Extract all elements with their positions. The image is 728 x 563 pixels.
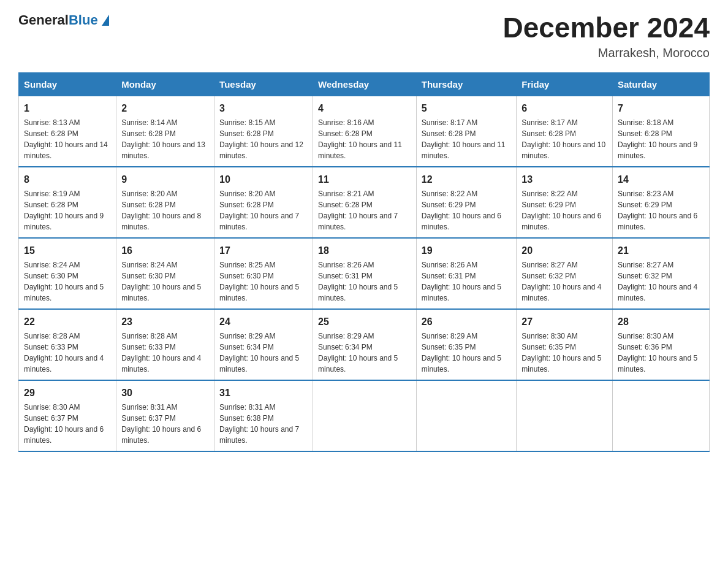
day-cell: 20Sunrise: 8:27 AMSunset: 6:32 PMDayligh… [517, 238, 613, 309]
day-info: Sunrise: 8:29 AMSunset: 6:34 PMDaylight:… [219, 331, 308, 375]
day-info: Sunrise: 8:23 AMSunset: 6:29 PMDaylight:… [618, 188, 704, 232]
logo-general: General [18, 12, 69, 28]
day-number: 10 [219, 172, 308, 187]
week-row-3: 15Sunrise: 8:24 AMSunset: 6:30 PMDayligh… [19, 238, 710, 309]
day-cell: 13Sunrise: 8:22 AMSunset: 6:29 PMDayligh… [517, 167, 613, 238]
day-number: 21 [618, 243, 704, 258]
calendar-header: SundayMondayTuesdayWednesdayThursdayFrid… [19, 72, 710, 96]
day-number: 1 [24, 101, 111, 116]
day-number: 26 [422, 315, 512, 329]
day-cell: 30Sunrise: 8:31 AMSunset: 6:37 PMDayligh… [116, 380, 214, 451]
calendar-body: 1Sunrise: 8:13 AMSunset: 6:28 PMDaylight… [19, 96, 710, 451]
logo: GeneralBlue [18, 12, 109, 28]
header-day-monday: Monday [116, 72, 214, 96]
day-cell: 4Sunrise: 8:16 AMSunset: 6:28 PMDaylight… [313, 96, 417, 167]
day-cell: 31Sunrise: 8:31 AMSunset: 6:38 PMDayligh… [214, 380, 313, 451]
day-number: 14 [618, 172, 704, 187]
day-cell: 14Sunrise: 8:23 AMSunset: 6:29 PMDayligh… [612, 167, 709, 238]
day-cell [416, 380, 517, 451]
day-info: Sunrise: 8:16 AMSunset: 6:28 PMDaylight:… [318, 117, 411, 161]
week-row-5: 29Sunrise: 8:30 AMSunset: 6:37 PMDayligh… [19, 380, 710, 451]
location-title: Marrakesh, Morocco [502, 46, 710, 60]
day-cell: 8Sunrise: 8:19 AMSunset: 6:28 PMDaylight… [19, 167, 116, 238]
header-day-friday: Friday [517, 72, 613, 96]
day-info: Sunrise: 8:20 AMSunset: 6:28 PMDaylight:… [121, 188, 209, 232]
day-number: 31 [219, 386, 308, 400]
day-number: 2 [121, 101, 209, 116]
day-number: 11 [318, 172, 411, 187]
day-cell: 22Sunrise: 8:28 AMSunset: 6:33 PMDayligh… [19, 309, 116, 380]
day-number: 17 [219, 243, 308, 258]
day-info: Sunrise: 8:28 AMSunset: 6:33 PMDaylight:… [24, 331, 111, 375]
day-cell: 6Sunrise: 8:17 AMSunset: 6:28 PMDaylight… [517, 96, 613, 167]
day-info: Sunrise: 8:21 AMSunset: 6:28 PMDaylight:… [318, 188, 411, 232]
day-cell: 28Sunrise: 8:30 AMSunset: 6:36 PMDayligh… [612, 309, 709, 380]
day-cell: 2Sunrise: 8:14 AMSunset: 6:28 PMDaylight… [116, 96, 214, 167]
day-info: Sunrise: 8:22 AMSunset: 6:29 PMDaylight:… [521, 188, 607, 232]
day-number: 13 [521, 172, 607, 187]
day-info: Sunrise: 8:29 AMSunset: 6:34 PMDaylight:… [318, 331, 411, 375]
month-title: December 2024 [502, 12, 710, 44]
day-number: 16 [121, 243, 209, 258]
calendar-table: SundayMondayTuesdayWednesdayThursdayFrid… [18, 72, 710, 452]
day-cell: 9Sunrise: 8:20 AMSunset: 6:28 PMDaylight… [116, 167, 214, 238]
days-row: SundayMondayTuesdayWednesdayThursdayFrid… [19, 72, 710, 96]
day-info: Sunrise: 8:20 AMSunset: 6:28 PMDaylight:… [219, 188, 308, 232]
title-block: December 2024 Marrakesh, Morocco [502, 12, 710, 60]
day-info: Sunrise: 8:31 AMSunset: 6:38 PMDaylight:… [219, 402, 308, 446]
day-number: 3 [219, 101, 308, 116]
day-cell: 7Sunrise: 8:18 AMSunset: 6:28 PMDaylight… [612, 96, 709, 167]
day-info: Sunrise: 8:29 AMSunset: 6:35 PMDaylight:… [422, 331, 512, 375]
day-info: Sunrise: 8:26 AMSunset: 6:31 PMDaylight:… [422, 259, 512, 304]
day-info: Sunrise: 8:27 AMSunset: 6:32 PMDaylight:… [618, 259, 704, 304]
day-cell: 17Sunrise: 8:25 AMSunset: 6:30 PMDayligh… [214, 238, 313, 309]
day-cell: 10Sunrise: 8:20 AMSunset: 6:28 PMDayligh… [214, 167, 313, 238]
day-number: 22 [24, 315, 111, 329]
day-info: Sunrise: 8:27 AMSunset: 6:32 PMDaylight:… [521, 259, 607, 304]
day-cell: 18Sunrise: 8:26 AMSunset: 6:31 PMDayligh… [313, 238, 417, 309]
day-number: 25 [318, 315, 411, 329]
day-number: 23 [121, 315, 209, 329]
day-cell [517, 380, 613, 451]
day-number: 30 [121, 386, 209, 400]
day-info: Sunrise: 8:25 AMSunset: 6:30 PMDaylight:… [219, 259, 308, 304]
page-header: GeneralBlue December 2024 Marrakesh, Mor… [18, 12, 710, 60]
day-number: 9 [121, 172, 209, 187]
day-number: 4 [318, 101, 411, 116]
day-cell: 15Sunrise: 8:24 AMSunset: 6:30 PMDayligh… [19, 238, 116, 309]
day-cell: 23Sunrise: 8:28 AMSunset: 6:33 PMDayligh… [116, 309, 214, 380]
day-info: Sunrise: 8:17 AMSunset: 6:28 PMDaylight:… [521, 117, 607, 161]
day-info: Sunrise: 8:18 AMSunset: 6:28 PMDaylight:… [618, 117, 704, 161]
header-day-saturday: Saturday [612, 72, 709, 96]
day-info: Sunrise: 8:14 AMSunset: 6:28 PMDaylight:… [121, 117, 209, 161]
day-info: Sunrise: 8:15 AMSunset: 6:28 PMDaylight:… [219, 117, 308, 161]
logo-text: GeneralBlue [18, 12, 98, 28]
header-day-sunday: Sunday [19, 72, 116, 96]
logo-blue: Blue [69, 12, 98, 28]
day-cell: 27Sunrise: 8:30 AMSunset: 6:35 PMDayligh… [517, 309, 613, 380]
day-info: Sunrise: 8:17 AMSunset: 6:28 PMDaylight:… [422, 117, 512, 161]
day-info: Sunrise: 8:19 AMSunset: 6:28 PMDaylight:… [24, 188, 111, 232]
header-day-tuesday: Tuesday [214, 72, 313, 96]
week-row-2: 8Sunrise: 8:19 AMSunset: 6:28 PMDaylight… [19, 167, 710, 238]
day-cell: 19Sunrise: 8:26 AMSunset: 6:31 PMDayligh… [416, 238, 517, 309]
day-number: 7 [618, 101, 704, 116]
header-day-thursday: Thursday [416, 72, 517, 96]
day-cell: 26Sunrise: 8:29 AMSunset: 6:35 PMDayligh… [416, 309, 517, 380]
day-cell: 1Sunrise: 8:13 AMSunset: 6:28 PMDaylight… [19, 96, 116, 167]
day-info: Sunrise: 8:28 AMSunset: 6:33 PMDaylight:… [121, 331, 209, 375]
day-info: Sunrise: 8:24 AMSunset: 6:30 PMDaylight:… [121, 259, 209, 304]
day-info: Sunrise: 8:24 AMSunset: 6:30 PMDaylight:… [24, 259, 111, 304]
week-row-4: 22Sunrise: 8:28 AMSunset: 6:33 PMDayligh… [19, 309, 710, 380]
day-info: Sunrise: 8:26 AMSunset: 6:31 PMDaylight:… [318, 259, 411, 304]
day-cell: 12Sunrise: 8:22 AMSunset: 6:29 PMDayligh… [416, 167, 517, 238]
day-number: 12 [422, 172, 512, 187]
day-cell: 21Sunrise: 8:27 AMSunset: 6:32 PMDayligh… [612, 238, 709, 309]
day-info: Sunrise: 8:30 AMSunset: 6:37 PMDaylight:… [24, 402, 111, 446]
day-cell: 25Sunrise: 8:29 AMSunset: 6:34 PMDayligh… [313, 309, 417, 380]
day-number: 20 [521, 243, 607, 258]
header-day-wednesday: Wednesday [313, 72, 417, 96]
day-cell: 11Sunrise: 8:21 AMSunset: 6:28 PMDayligh… [313, 167, 417, 238]
day-cell: 24Sunrise: 8:29 AMSunset: 6:34 PMDayligh… [214, 309, 313, 380]
day-cell [612, 380, 709, 451]
